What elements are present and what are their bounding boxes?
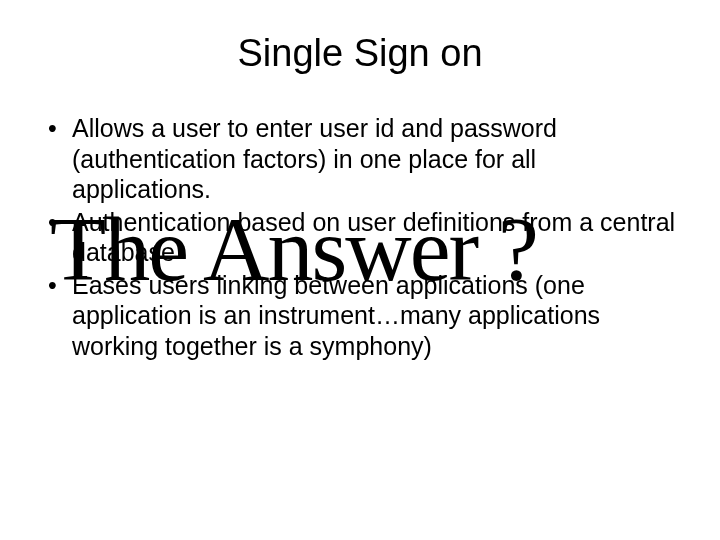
slide-container: Single Sign on Allows a user to enter us… — [0, 0, 720, 540]
bullet-item: Authentication based on user definitions… — [48, 207, 680, 268]
bullet-item: Allows a user to enter user id and passw… — [48, 113, 680, 205]
bullet-list: Allows a user to enter user id and passw… — [40, 113, 680, 361]
slide-title: Single Sign on — [40, 32, 680, 75]
bullet-item: Eases users linking between applications… — [48, 270, 680, 362]
